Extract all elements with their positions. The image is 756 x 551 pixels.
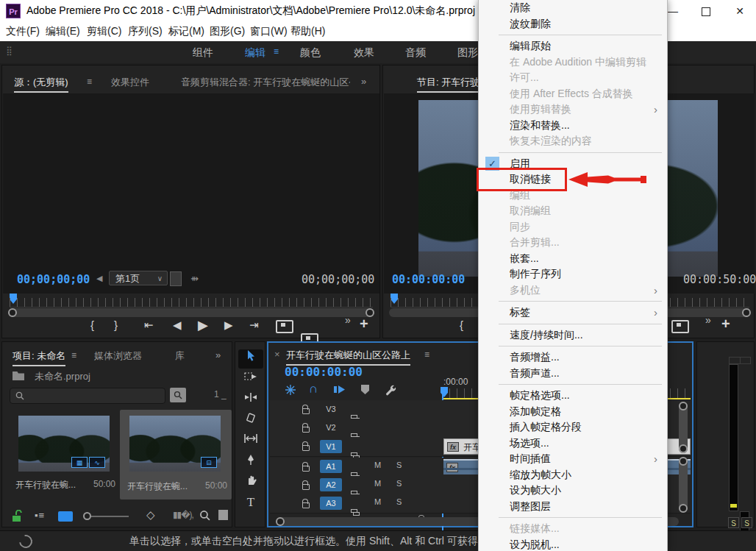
clip-card-1[interactable]: ▦ ∿ 开车行驶在蜿... 50:00 <box>8 411 118 498</box>
play-button[interactable]: ▶ <box>198 317 208 333</box>
track-lock-icon[interactable] <box>302 466 310 472</box>
new-bin-icon[interactable] <box>218 510 228 520</box>
tool-selection[interactable] <box>238 349 263 369</box>
export-frame-icon[interactable] <box>671 320 689 333</box>
menu-item[interactable]: 时间插值› <box>479 451 667 467</box>
menu-item[interactable]: 标签› <box>479 305 667 321</box>
mark-in-button[interactable]: { <box>90 319 94 331</box>
menu-item[interactable]: 音频声道... <box>479 366 667 382</box>
source-time-ruler[interactable] <box>10 298 373 308</box>
tab-project[interactable]: 项目: 未命名 <box>13 349 65 366</box>
project-writable-lock-icon[interactable] <box>11 510 23 522</box>
project-panel-menu-icon[interactable]: ≡ <box>71 350 76 360</box>
slider-handle[interactable] <box>83 512 91 520</box>
sort-icon[interactable]: ◇ <box>146 508 155 522</box>
transport-overflow-icon[interactable]: » <box>345 314 351 326</box>
go-to-out-button[interactable]: ⇥ <box>249 319 259 332</box>
mute-button[interactable]: M <box>374 497 381 506</box>
solo-button[interactable]: S <box>396 461 402 469</box>
menu-item[interactable]: 缩放为帧大小 <box>479 467 667 483</box>
timeline-timecode[interactable]: 00:00:00:00 <box>285 365 363 379</box>
menu-window[interactable]: 窗口(W) <box>250 25 288 38</box>
menu-item[interactable]: 帧定格选项... <box>479 388 667 404</box>
menu-item[interactable]: 插入帧定格分段 <box>479 419 667 436</box>
sync-lock-icon[interactable] <box>351 509 360 516</box>
workspace-grid-icon[interactable]: ⣿ <box>6 46 13 56</box>
track-target-a2[interactable]: A2 <box>320 478 342 491</box>
workspace-tab-audio[interactable]: 音频 <box>405 46 426 60</box>
source-panel-menu-icon[interactable]: ≡ <box>87 77 92 87</box>
track-target-a3[interactable]: A3 <box>320 497 342 510</box>
menu-item[interactable]: 添加帧定格 <box>479 404 667 420</box>
workspace-tab-color[interactable]: 颜色 <box>300 46 321 60</box>
track-target-v2[interactable]: V2 <box>320 421 342 434</box>
project-tabs-overflow-icon[interactable]: » <box>215 349 221 360</box>
page-select-dropdown[interactable]: 第1页 ∨ <box>109 271 168 285</box>
timeline-panel-menu-icon[interactable]: ≡ <box>424 349 429 360</box>
zoom-handle-left[interactable] <box>8 308 17 317</box>
menu-item[interactable]: 渲染和替换... <box>479 118 667 134</box>
menu-item[interactable]: 编辑原始 <box>479 38 667 54</box>
list-view-icon[interactable]: ▪≡ <box>35 510 45 521</box>
track-lock-icon[interactable] <box>302 445 310 451</box>
tab-source[interactable]: 源：(无剪辑) <box>14 76 68 93</box>
menu-clip[interactable]: 剪辑(C) <box>87 25 121 38</box>
icon-view-icon[interactable] <box>58 511 73 522</box>
timeline-close-tab-icon[interactable]: × <box>274 349 280 360</box>
menu-item[interactable]: 设为帧大小 <box>479 483 667 499</box>
mute-button[interactable]: M <box>374 461 381 469</box>
source-zoom-scrollbar[interactable] <box>8 308 374 317</box>
timeline-scroll-handle[interactable] <box>276 517 285 526</box>
program-mark-in-button[interactable]: { <box>460 319 463 331</box>
tool-track-select[interactable] <box>238 372 263 391</box>
track-lock-icon[interactable] <box>302 427 310 433</box>
menu-item[interactable]: 速度/持续时间... <box>479 327 667 344</box>
track-lock-icon[interactable] <box>302 502 310 508</box>
tab-media-browser[interactable]: 媒体浏览器 <box>94 349 142 363</box>
audio-tracks-scrollbar[interactable] <box>679 457 688 513</box>
step-forward-button[interactable]: ▶ <box>224 319 233 332</box>
clip-card-2-selected[interactable]: ⊟ 开车行驶在蜿... 50:00 <box>120 410 232 500</box>
program-zoom-handle[interactable] <box>742 308 751 317</box>
menu-item[interactable]: 调整图层 <box>479 499 667 515</box>
source-timecode-current[interactable]: 00;00;00;00 <box>17 273 90 286</box>
workspace-tab-effects[interactable]: 效果 <box>354 46 374 60</box>
solo-left-button[interactable]: S <box>728 517 739 528</box>
menu-item[interactable]: 设为脱机... <box>479 537 667 551</box>
go-to-in-button[interactable]: ⇤ <box>144 319 154 332</box>
automate-sequence-icon[interactable]: ▮▮�), <box>173 510 193 520</box>
step-back-button[interactable]: ◀ <box>173 319 182 332</box>
tool-ripple-edit[interactable] <box>238 392 263 411</box>
program-overflow-icon[interactable]: » <box>705 314 711 326</box>
menu-item[interactable]: 嵌套... <box>479 251 667 267</box>
video-badge-icon[interactable]: ▦ <box>71 457 88 468</box>
tool-pen[interactable] <box>238 454 263 473</box>
source-tabs-overflow-icon[interactable]: » <box>361 76 366 87</box>
menu-sequence[interactable]: 序列(S) <box>128 25 163 38</box>
tab-timeline-sequence[interactable]: 开车行驶在蜿蜒的山区公路上 <box>286 349 410 366</box>
tab-libraries[interactable]: 库 <box>175 349 185 363</box>
workspace-tab-assembly[interactable]: 组件 <box>193 46 213 60</box>
mute-button[interactable]: M <box>374 479 381 488</box>
tool-slip[interactable] <box>238 433 263 452</box>
solo-button[interactable]: S <box>396 497 402 506</box>
scroll-handle[interactable] <box>679 504 688 513</box>
menu-item[interactable]: 波纹删除 <box>479 16 667 32</box>
program-timecode-current[interactable]: 00:00:00:00 <box>392 273 465 286</box>
menu-markers[interactable]: 标记(M) <box>168 25 204 38</box>
menu-graphics[interactable]: 图形(G) <box>210 25 245 38</box>
workspace-tab-graphics[interactable]: 图形 <box>457 46 478 60</box>
button-editor-add-icon[interactable]: + <box>360 316 368 333</box>
tab-effect-controls[interactable]: 效果控件 <box>111 76 149 89</box>
tab-audio-clip-mixer[interactable]: 音频剪辑混合器: 开车行驶在蜿蜒的山区公 <box>181 76 350 89</box>
menu-item[interactable]: 清除 <box>479 0 667 16</box>
mark-out-button[interactable]: } <box>114 319 118 331</box>
track-lock-icon[interactable] <box>302 408 310 414</box>
track-target-v1[interactable]: V1 <box>320 440 342 453</box>
menu-item[interactable]: 音频增益... <box>479 349 667 366</box>
scroll-handle[interactable] <box>679 402 688 410</box>
sync-status-icon[interactable] <box>16 532 35 550</box>
audio-badge-icon[interactable]: ∿ <box>89 457 105 468</box>
add-marker-icon[interactable] <box>361 385 369 394</box>
timeline-settings-wrench-icon[interactable] <box>385 384 396 396</box>
